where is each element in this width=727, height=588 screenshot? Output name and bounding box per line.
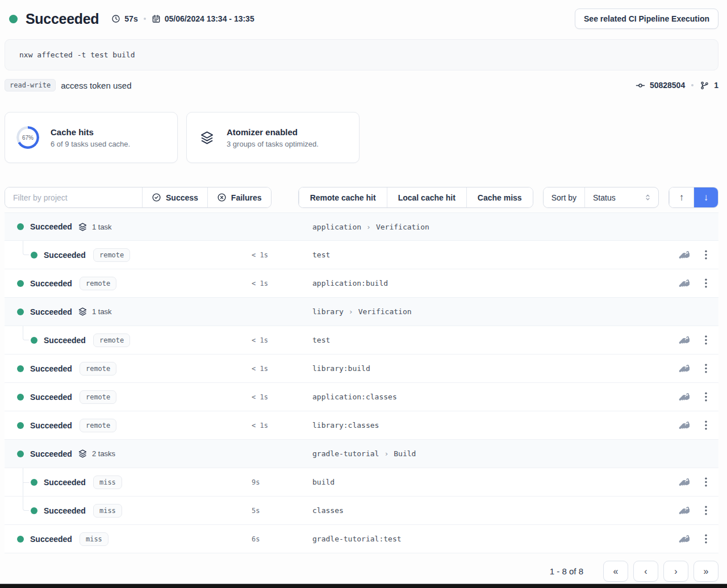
row-status-label: Succeeded bbox=[44, 251, 86, 260]
task-row[interactable]: Succeeded miss 6s gradle-tutorial:test bbox=[5, 525, 718, 553]
row-task-name: library:classes bbox=[312, 421, 664, 429]
prev-page-button[interactable]: ‹ bbox=[633, 561, 658, 582]
sort-select[interactable]: Status bbox=[584, 187, 658, 207]
cache-badge: miss bbox=[80, 532, 108, 546]
status-dot bbox=[17, 394, 24, 401]
gradle-icon[interactable] bbox=[678, 279, 690, 287]
project-filter-input[interactable] bbox=[5, 193, 142, 202]
cache-badge: remote bbox=[80, 419, 116, 432]
remote-cache-hit-button[interactable]: Remote cache hit bbox=[299, 187, 387, 207]
row-status-label: Succeeded bbox=[30, 393, 72, 402]
related-pipeline-button[interactable]: See related CI Pipeline Execution bbox=[575, 9, 718, 29]
gradle-icon[interactable] bbox=[678, 364, 690, 373]
row-task-name: library:build bbox=[312, 364, 664, 373]
check-circle-icon bbox=[152, 193, 161, 202]
status-dot bbox=[31, 507, 37, 514]
row-status-label: Succeeded bbox=[44, 478, 86, 487]
next-page-button[interactable]: › bbox=[663, 561, 688, 582]
cache-hits-percent: 67% bbox=[16, 126, 39, 149]
task-group-row[interactable]: Succeeded 1 task application › Verificat… bbox=[5, 212, 718, 241]
gradle-icon[interactable] bbox=[678, 535, 690, 543]
status-dot bbox=[17, 308, 24, 315]
kebab-menu-icon[interactable] bbox=[705, 364, 707, 373]
token-row: read-write access token used 50828504 1 bbox=[5, 77, 718, 93]
cache-hits-ring-wrap: 67% bbox=[16, 126, 39, 149]
task-row[interactable]: Succeeded remote < 1s library:classes bbox=[5, 411, 718, 440]
row-status-label: Succeeded bbox=[30, 279, 72, 288]
status-dot bbox=[17, 365, 24, 372]
task-row[interactable]: Succeeded remote < 1s test bbox=[5, 326, 718, 355]
first-page-button[interactable]: « bbox=[603, 561, 628, 582]
kebab-menu-icon[interactable] bbox=[705, 392, 707, 402]
cache-hits-subtitle: 6 of 9 tasks used cache. bbox=[51, 140, 130, 148]
row-time: 9s bbox=[252, 478, 312, 486]
status-dot bbox=[17, 422, 24, 429]
sort-ascending-button[interactable]: ↑ bbox=[669, 187, 693, 207]
task-row[interactable]: Succeeded remote < 1s library:build bbox=[5, 355, 718, 383]
crumb-project: gradle-tutorial bbox=[312, 449, 379, 458]
layers-icon bbox=[78, 307, 87, 316]
task-row[interactable]: Succeeded remote < 1s application:classe… bbox=[5, 383, 718, 411]
kebab-menu-icon[interactable] bbox=[705, 506, 707, 515]
filter-group: Success Failures bbox=[5, 187, 271, 208]
cache-hits-card: 67% Cache hits 6 of 9 tasks used cache. bbox=[5, 112, 178, 163]
gradle-icon[interactable] bbox=[678, 478, 690, 486]
crumb-project: application bbox=[312, 223, 361, 231]
row-time: < 1s bbox=[252, 422, 312, 429]
kebab-menu-icon[interactable] bbox=[705, 250, 707, 260]
cache-badge: remote bbox=[80, 390, 116, 404]
status-dot bbox=[31, 337, 37, 344]
bottom-window-edge bbox=[0, 583, 727, 588]
row-time: 5s bbox=[252, 507, 312, 515]
row-task-name: build bbox=[312, 478, 664, 486]
commit-info: 50828504 1 bbox=[636, 81, 718, 90]
task-row[interactable]: Succeeded remote < 1s application:build bbox=[5, 269, 718, 298]
atomizer-card: Atomizer enabled 3 groups of tasks optim… bbox=[186, 112, 360, 163]
row-task-count: 2 tasks bbox=[92, 449, 115, 458]
task-row[interactable]: Succeeded miss 9s build bbox=[5, 468, 718, 497]
task-row[interactable]: Succeeded remote < 1s test bbox=[5, 241, 718, 269]
row-task-name: test bbox=[312, 336, 664, 344]
separator-dot bbox=[144, 18, 146, 20]
select-chevrons-icon bbox=[644, 194, 651, 201]
commit-id: 50828504 bbox=[650, 81, 685, 90]
kebab-menu-icon[interactable] bbox=[705, 477, 707, 487]
cache-badge: miss bbox=[93, 476, 122, 489]
status-dot bbox=[31, 252, 37, 258]
gradle-icon[interactable] bbox=[678, 251, 690, 259]
failures-filter-button[interactable]: Failures bbox=[207, 187, 271, 207]
kebab-menu-icon[interactable] bbox=[705, 335, 707, 345]
kebab-menu-icon[interactable] bbox=[705, 534, 707, 544]
crumb-target: Verification bbox=[376, 223, 429, 231]
task-row[interactable]: Succeeded miss 5s classes bbox=[5, 497, 718, 525]
toolbar: Success Failures Remote cache hit Local … bbox=[5, 187, 718, 208]
row-status-label: Succeeded bbox=[30, 222, 72, 231]
task-group-row[interactable]: Succeeded 2 tasks gradle-tutorial › Buil… bbox=[5, 440, 718, 468]
layers-icon bbox=[78, 222, 87, 232]
row-time: < 1s bbox=[252, 336, 312, 344]
row-time: < 1s bbox=[252, 393, 312, 401]
local-cache-hit-button[interactable]: Local cache hit bbox=[387, 187, 466, 207]
success-filter-button[interactable]: Success bbox=[142, 187, 207, 207]
atomizer-subtitle: 3 groups of tasks optimized. bbox=[227, 140, 319, 148]
cache-badge: remote bbox=[93, 333, 130, 347]
branch-icon bbox=[700, 81, 709, 90]
gradle-icon[interactable] bbox=[678, 421, 690, 429]
sort-select-value: Status bbox=[593, 193, 616, 202]
row-status-label: Succeeded bbox=[30, 307, 72, 316]
kebab-menu-icon[interactable] bbox=[705, 420, 707, 430]
cache-badge: remote bbox=[80, 277, 116, 290]
run-date-range: 05/06/2024 13:34 - 13:35 bbox=[165, 14, 254, 23]
gradle-icon[interactable] bbox=[678, 393, 690, 401]
page-title: Succeeded bbox=[26, 11, 99, 27]
cache-miss-button[interactable]: Cache miss bbox=[466, 187, 533, 207]
sort-descending-button[interactable]: ↓ bbox=[693, 187, 718, 207]
gradle-icon[interactable] bbox=[678, 506, 690, 515]
success-filter-label: Success bbox=[166, 193, 198, 202]
cache-badge: remote bbox=[80, 362, 116, 376]
last-page-button[interactable]: » bbox=[693, 561, 718, 582]
gradle-icon[interactable] bbox=[678, 336, 690, 344]
kebab-menu-icon[interactable] bbox=[705, 278, 707, 288]
task-group-row[interactable]: Succeeded 1 task library › Verification bbox=[5, 298, 718, 326]
pagination: 1 - 8 of 8 « ‹ › » bbox=[5, 561, 718, 582]
